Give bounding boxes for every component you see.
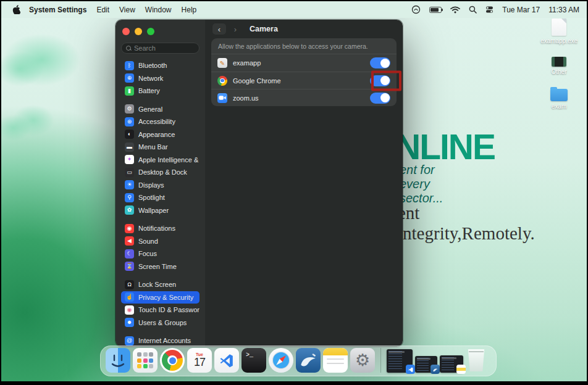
- dock-system-settings-icon[interactable]: ⚙: [350, 348, 375, 373]
- sidebar-item-notifications[interactable]: ◉Notifications: [121, 222, 200, 235]
- wifi-icon[interactable]: [450, 6, 460, 14]
- battery-icon[interactable]: [429, 7, 442, 13]
- sidebar-group: ◉Notifications◀Sound☾Focus⌛Screen Time: [121, 222, 200, 273]
- sidebar-item-label: Lock Screen: [138, 281, 176, 288]
- sidebar-item-label: General: [138, 106, 162, 113]
- launchpad-dot: [137, 364, 141, 368]
- apple-logo-icon[interactable]: [12, 5, 20, 14]
- battery-icon: ▮: [125, 86, 134, 96]
- sidebar-item-internet-accounts[interactable]: @Internet Accounts: [121, 334, 200, 347]
- menu-item-view[interactable]: View: [119, 6, 135, 14]
- dock-safari-icon[interactable]: [269, 348, 293, 373]
- desktop-icons: examapp.exeOtherexam: [540, 19, 578, 118]
- thumb-content: [442, 357, 454, 371]
- vscode-badge-icon: [406, 365, 415, 374]
- sidebar-item-menu-bar[interactable]: ▬Menu Bar: [121, 141, 200, 154]
- launchpad-dot: [143, 358, 148, 363]
- minimize-button[interactable]: [135, 28, 142, 35]
- dock-terminal-icon[interactable]: >_: [242, 348, 266, 373]
- sidebar-item-label: Screen Time: [138, 263, 177, 270]
- dock-launchpad-icon[interactable]: [133, 348, 158, 373]
- bluetooth-icon: ᛒ: [125, 61, 134, 70]
- menubar-date[interactable]: Tue Mar 17: [502, 6, 540, 14]
- sidebar-item-users-groups[interactable]: ☻Users & Groups: [121, 317, 200, 329]
- dock-calendar-icon[interactable]: Tue17: [187, 348, 212, 373]
- sidebar-item-sound[interactable]: ◀Sound: [121, 235, 200, 248]
- sidebar-item-wallpaper[interactable]: ✿Wallpaper: [121, 204, 200, 217]
- image-icon: [552, 57, 566, 67]
- desktop-icon-label: exam: [552, 103, 566, 110]
- sidebar-item-label: Notifications: [138, 225, 175, 232]
- focus-icon: ☾: [125, 249, 134, 259]
- desktop-icon-examapp-exe[interactable]: examapp.exe: [540, 19, 578, 44]
- sidebar-item-focus[interactable]: ☾Focus: [121, 247, 200, 260]
- zoom-us-camera-toggle[interactable]: [370, 93, 390, 104]
- privacy-security-icon: ☝: [125, 292, 134, 302]
- search-input[interactable]: Search: [121, 43, 200, 54]
- calendar-day: 17: [194, 356, 205, 369]
- dock-minimized-vscode-window[interactable]: [387, 349, 413, 373]
- menu-item-edit[interactable]: Edit: [96, 6, 109, 14]
- sidebar-item-label: Internet Accounts: [138, 337, 191, 344]
- sidebar-item-battery[interactable]: ▮Battery: [121, 85, 200, 97]
- sidebar-item-bluetooth[interactable]: ᛒBluetooth: [121, 59, 200, 72]
- sidebar-item-touch-id-password[interactable]: ◉Touch ID & Password: [121, 304, 200, 317]
- dock-finder-icon[interactable]: [106, 348, 130, 373]
- sidebar-item-label: Appearance: [138, 131, 175, 138]
- back-button[interactable]: ‹: [212, 23, 226, 35]
- sidebar-item-accessibility[interactable]: ⊛Accessibility: [121, 115, 200, 128]
- launchpad-dot: [149, 358, 153, 363]
- forward-button[interactable]: ›: [229, 23, 242, 35]
- sidebar-item-general[interactable]: ⚙General: [121, 103, 200, 116]
- close-button[interactable]: [122, 28, 130, 35]
- dock-mysql-workbench-icon[interactable]: [296, 348, 321, 373]
- sidebar-item-screen-time[interactable]: ⌛Screen Time: [121, 260, 200, 273]
- search-icon[interactable]: [469, 6, 477, 14]
- desktop-icon-other[interactable]: Other: [540, 53, 578, 75]
- dock-vscode-icon[interactable]: [214, 348, 239, 373]
- camera-description: Allow the applications below to access y…: [211, 38, 397, 54]
- sidebar-item-label: Menu Bar: [138, 143, 168, 151]
- zoom-button[interactable]: [147, 28, 154, 35]
- menu-item-help[interactable]: Help: [182, 6, 197, 14]
- chrome-ball: [162, 350, 183, 371]
- sidebar-item-label: Users & Groups: [138, 319, 187, 326]
- notifications-icon: ◉: [125, 224, 134, 233]
- mysql-badge-icon: [430, 365, 440, 374]
- dock-minimized-notes-window[interactable]: [440, 355, 463, 373]
- dock-notes-icon[interactable]: [323, 348, 348, 373]
- sidebar-item-privacy-security[interactable]: ☝Privacy & Security: [121, 291, 200, 304]
- wallpaper-icon: ✿: [125, 205, 134, 215]
- sidebar-group: ΩLock Screen☝Privacy & Security◉Touch ID…: [121, 278, 200, 329]
- dock-chrome-icon[interactable]: [160, 348, 185, 373]
- sidebar-item-network[interactable]: ⊕Network: [121, 72, 200, 85]
- sidebar-item-desktop-dock[interactable]: ▭Desktop & Dock: [121, 166, 200, 179]
- menu-app-name[interactable]: System Settings: [29, 6, 86, 14]
- notes-line: [327, 363, 344, 364]
- desktop-icon-exam[interactable]: exam: [540, 84, 578, 110]
- sidebar-item-apple-intelligence-siri[interactable]: ✦Apple Intelligence & Siri: [121, 154, 200, 167]
- sidebar-item-appearance[interactable]: ◐Appearance: [121, 128, 200, 141]
- sidebar-item-displays[interactable]: ☀Displays: [121, 179, 200, 192]
- menubar-time[interactable]: 11:33 AM: [548, 6, 579, 14]
- folder-icon: [550, 89, 568, 101]
- launchpad-dot: [149, 352, 153, 357]
- notes-badge-icon: [456, 365, 466, 374]
- examapp-camera-toggle[interactable]: [370, 57, 390, 68]
- sidebar-item-label: Sound: [138, 238, 158, 245]
- sidebar-group: ᛒBluetooth⊕Network▮Battery: [121, 59, 200, 97]
- dock-minimized-mysql-window[interactable]: [415, 356, 437, 373]
- creative-cloud-icon[interactable]: [411, 5, 421, 14]
- sidebar-item-spotlight[interactable]: ⚲Spotlight: [121, 191, 200, 204]
- control-center-icon[interactable]: [485, 6, 494, 14]
- search-field-icon: [126, 46, 131, 51]
- dock-trash-icon[interactable]: [467, 349, 485, 371]
- desktop: NLINE ent for every sector... ent integr…: [1, 1, 587, 381]
- sidebar-item-label: Privacy & Security: [138, 294, 193, 301]
- dock: Tue17>_⚙: [100, 346, 497, 376]
- menu-item-window[interactable]: Window: [145, 6, 172, 14]
- settings-sidebar: Search ᛒBluetooth⊕Network▮Battery⚙Genera…: [116, 20, 205, 347]
- window-controls: [121, 26, 200, 43]
- sidebar-item-lock-screen[interactable]: ΩLock Screen: [121, 278, 200, 291]
- examapp-app-icon: ✎: [217, 58, 227, 68]
